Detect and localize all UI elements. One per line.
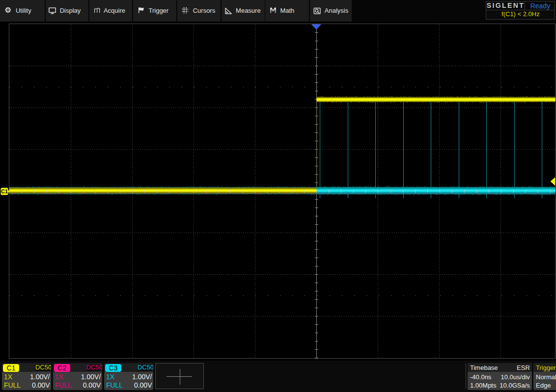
svg-text:C1: C1	[1, 188, 8, 194]
